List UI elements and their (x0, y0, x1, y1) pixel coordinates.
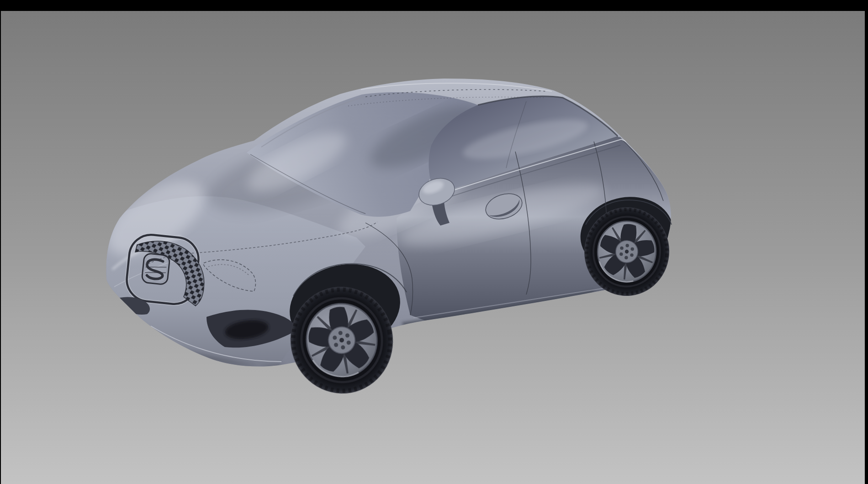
letterbox-top-bar (0, 0, 868, 11)
car-model (95, 79, 679, 402)
viewport-3d[interactable] (0, 0, 868, 484)
far-side-mirror-bump (227, 118, 255, 143)
letterbox-right-edge (865, 0, 868, 484)
screenshot-stage (0, 0, 868, 484)
letterbox-left-edge (0, 0, 1, 484)
